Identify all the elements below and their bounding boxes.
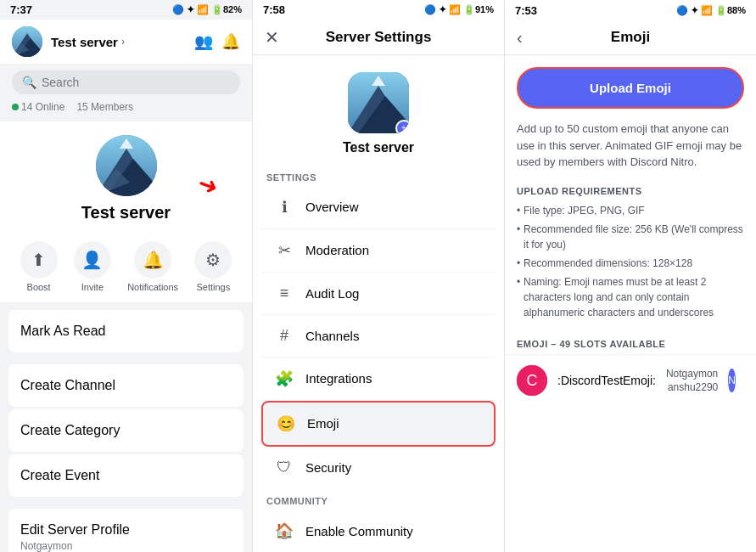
status-bar-right: 7:53 🔵 ✦ 📶 🔋88% (505, 0, 756, 20)
emoji-name: :DiscordTestEmoji: (557, 374, 656, 387)
notifications-label: Notifications (127, 282, 178, 292)
server-avatar-small (12, 26, 42, 57)
menu-create-channel[interactable]: Create Channel (8, 364, 244, 407)
search-label: Search (42, 76, 79, 89)
enable-community-label: Enable Community (305, 524, 482, 538)
settings-item-security[interactable]: 🛡 Security (261, 447, 496, 482)
moderation-label: Moderation (305, 243, 482, 257)
edit-server-profile-sub: Notgaymon (20, 540, 72, 552)
settings-item-audit-log[interactable]: ≡ Audit Log (261, 273, 496, 315)
online-count: 14 Online (21, 101, 64, 113)
server-boost-badge: + (395, 120, 409, 133)
quick-actions-row: ⬆ Boost 👤 Invite 🔔 Notifications ⚙ Setti… (0, 231, 252, 302)
settings-item-moderation[interactable]: ✂ Moderation (261, 229, 496, 273)
upload-requirements-title: UPLOAD REQUIREMENTS (517, 186, 744, 196)
security-icon: 🛡 (275, 459, 294, 476)
overview-label: Overview (305, 200, 482, 214)
integrations-label: Integrations (305, 371, 482, 386)
time-middle: 7:58 (263, 3, 285, 16)
server-name-header: Test server (51, 35, 118, 49)
server-info-section: + Test server (253, 55, 504, 166)
settings-action[interactable]: ⚙ Settings (194, 241, 232, 292)
moderation-icon: ✂ (275, 241, 294, 260)
server-header: Test server › 👥 🔔 (0, 20, 252, 64)
notifications-action[interactable]: 🔔 Notifications (127, 241, 178, 292)
add-member-icon[interactable]: 👥 (194, 32, 213, 51)
enable-community-icon: 🏠 (275, 521, 294, 540)
emoji-label: Emoji (307, 416, 480, 431)
settings-list: ℹ Overview ✂ Moderation ≡ Audit Log # Ch… (261, 186, 496, 482)
chevron-right-icon: › (121, 36, 125, 48)
community-section-label: Community (253, 489, 504, 510)
settings-item-overview[interactable]: ℹ Overview (261, 186, 496, 229)
emoji-uploader-avatar: N (728, 369, 736, 392)
menu-mark-as-read[interactable]: Mark As Read (8, 310, 244, 352)
req-item-4: Naming: Emoji names must be at least 2 c… (517, 273, 744, 322)
boost-label: Boost (27, 282, 51, 292)
online-dot (12, 104, 19, 110)
edit-server-profile-label: Edit Server Profile (20, 522, 130, 537)
settings-label: Settings (196, 282, 230, 292)
status-icons-left: 🔵 ✦ 📶 🔋82% (172, 4, 242, 15)
svg-text:C: C (527, 372, 538, 389)
status-icons-middle: 🔵 ✦ 📶 🔋91% (424, 4, 494, 15)
notifications-icon: 🔔 (134, 241, 171, 279)
panel2-title: Server Settings (326, 29, 432, 46)
boost-icon: ⬆ (20, 241, 58, 279)
settings-item-channels[interactable]: # Channels (261, 315, 496, 358)
audit-log-icon: ≡ (275, 284, 294, 302)
emoji-more-options-icon[interactable]: ⋮ (749, 371, 756, 390)
settings-item-emoji[interactable]: 😊 Emoji (261, 401, 496, 447)
server2-name: Test server (343, 140, 414, 155)
emoji-slots-label: EMOJI – 49 SLOTS AVAILABLE (505, 329, 756, 354)
req-item-1: File type: JPEG, PNG, GIF (517, 201, 744, 220)
status-bar-left: 7:37 🔵 ✦ 📶 🔋82% (0, 0, 252, 20)
channels-icon: # (275, 327, 294, 345)
settings-item-integrations[interactable]: 🧩 Integrations (261, 358, 496, 401)
back-icon[interactable]: ‹ (517, 28, 523, 48)
status-bar-middle: 7:58 🔵 ✦ 📶 🔋91% (253, 0, 504, 20)
menu-edit-server-profile[interactable]: Edit Server Profile Notgaymon (8, 509, 244, 552)
search-bar[interactable]: 🔍 Search (12, 70, 240, 94)
time-right: 7:53 (515, 4, 537, 17)
status-icons-right: 🔵 ✦ 📶 🔋88% (676, 5, 746, 16)
menu-create-event[interactable]: Create Event (8, 454, 244, 497)
menu-divider-1 (0, 355, 252, 362)
community-section: Community 🏠 Enable Community (253, 489, 504, 552)
notification-bell-icon[interactable]: 🔔 (221, 32, 240, 51)
req-item-3: Recommended dimensions: 128×128 (517, 254, 744, 273)
settings-gear-icon: ⚙ (194, 241, 232, 279)
server-title-main: Test server (81, 203, 171, 222)
settings-item-enable-community[interactable]: 🏠 Enable Community (261, 510, 496, 552)
invite-label: Invite (81, 282, 104, 292)
panel3-header: ‹ Emoji (505, 20, 756, 55)
panel1-menu: Mark As Read Create Channel Create Categ… (0, 302, 252, 552)
invite-action[interactable]: 👤 Invite (74, 241, 111, 292)
search-icon: 🔍 (22, 76, 36, 89)
emoji-uploader-name2: anshu2290 (668, 381, 718, 393)
emoji-list-item: C :DiscordTestEmoji: Notgaymon anshu2290… (505, 354, 756, 406)
channels-label: Channels (305, 329, 482, 343)
boost-action[interactable]: ⬆ Boost (20, 241, 58, 292)
close-icon[interactable]: ✕ (265, 27, 279, 48)
panel2-header: ✕ Server Settings (253, 20, 504, 55)
emoji-icon: 😊 (277, 414, 295, 433)
panel-left: 7:37 🔵 ✦ 📶 🔋82% Test server › (0, 0, 252, 552)
community-list: 🏠 Enable Community (261, 510, 496, 552)
emoji-uploader-name: Notgaymon (666, 368, 718, 380)
menu-create-category[interactable]: Create Category (8, 409, 244, 452)
menu-divider-2 (0, 499, 252, 506)
panel-right: 7:53 🔵 ✦ 📶 🔋88% ‹ Emoji Upload Emoji Add… (504, 0, 756, 552)
settings-section-label: Settings (253, 166, 504, 186)
overview-icon: ℹ (275, 198, 294, 217)
server2-avatar: + (348, 72, 409, 133)
emoji-description: Add up to 50 custom emoji that anyone ca… (505, 121, 756, 179)
upload-emoji-button[interactable]: Upload Emoji (517, 67, 744, 109)
req-item-2: Recommended file size: 256 KB (We'll com… (517, 220, 744, 254)
emoji-thumbnail: C (517, 365, 547, 396)
security-label: Security (305, 460, 482, 475)
emoji-meta: Notgaymon anshu2290 (666, 368, 718, 393)
member-count: 15 Members (76, 101, 133, 113)
audit-log-label: Audit Log (305, 286, 482, 301)
upload-requirements: UPLOAD REQUIREMENTS File type: JPEG, PNG… (505, 179, 756, 329)
